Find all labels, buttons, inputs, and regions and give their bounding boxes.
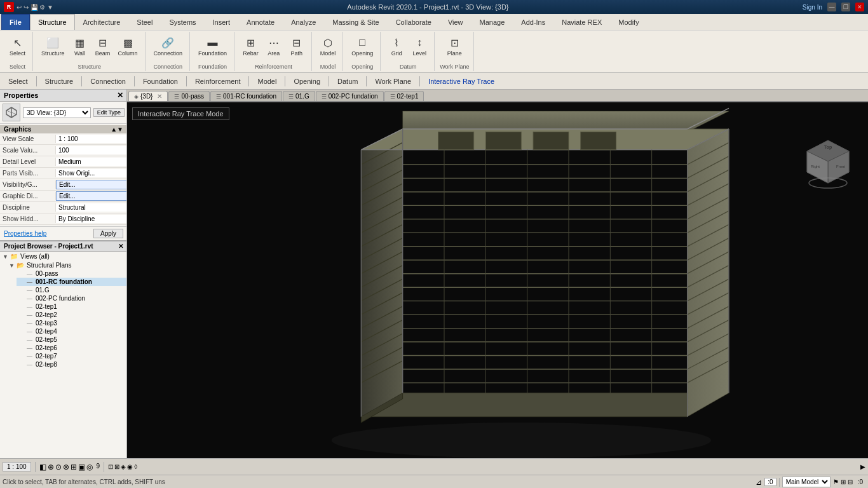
tree-leaf-02-tep2[interactable]: —02-tep2 xyxy=(17,311,127,319)
view-tab-3d[interactable]: ◈{3D}✕ xyxy=(128,91,168,101)
properties-close-btn[interactable]: ✕ xyxy=(117,91,123,100)
ribbon-btn-connection[interactable]: 🔗Connection xyxy=(151,33,186,58)
sign-in[interactable]: Sign In xyxy=(803,4,822,11)
quick-access-toolbar: ↩ ↪ 💾 ⚙ ▼ xyxy=(17,4,53,11)
sun-icon[interactable]: ◧ xyxy=(39,463,46,471)
ribbon-tab-analyze[interactable]: Analyze xyxy=(283,14,324,30)
worksets-icon[interactable]: ⊞ xyxy=(841,478,846,485)
view-tab-001rc[interactable]: ☰001-RC foundation xyxy=(210,91,282,101)
reveal-icon[interactable]: ▣ xyxy=(78,463,85,471)
tree-leaf-02-tep8[interactable]: —02-tep8 xyxy=(17,360,127,369)
view-tab-01g[interactable]: ☰01.G xyxy=(283,91,315,101)
toolbar-item-connection[interactable]: Connection xyxy=(85,76,132,87)
ribbon-btn-wall[interactable]: ▦Wall xyxy=(69,33,91,58)
ribbon-btn-column[interactable]: ▩Column xyxy=(115,33,141,58)
ribbon-btn-model[interactable]: ⬡Model xyxy=(317,33,339,58)
ribbon-tab-manage[interactable]: Manage xyxy=(471,14,513,30)
ribbon-tab-insert[interactable]: Insert xyxy=(205,14,239,30)
toolbar-item-datum[interactable]: Datum xyxy=(332,76,363,87)
edit-type-button[interactable]: Edit Type xyxy=(93,108,125,117)
ribbon-tab-structure[interactable]: Structure xyxy=(30,14,75,30)
ribbon-tab-steel[interactable]: Steel xyxy=(128,14,161,30)
ribbon-btn-level[interactable]: ↕Level xyxy=(409,33,430,58)
tree-leaf-001-rc-foundation[interactable]: —001-RC foundation xyxy=(17,278,127,286)
view-tab-02tep1[interactable]: ☰02-tep1 xyxy=(384,91,424,101)
view-tab-00pass[interactable]: ☰00-pass xyxy=(168,91,210,101)
minimize-btn[interactable]: — xyxy=(827,3,836,11)
icon4[interactable]: ◉ xyxy=(127,463,133,470)
tree-leaf-02-tep6[interactable]: —02-tep6 xyxy=(17,344,127,352)
ribbon-tab-view[interactable]: View xyxy=(440,14,471,30)
ribbon-tab-annotate[interactable]: Annotate xyxy=(238,14,283,30)
section-arrows[interactable]: ▲▼ xyxy=(111,126,123,133)
tree-leaf-02-tep5[interactable]: —02-tep5 xyxy=(17,336,127,344)
tree-leaf-00-pass[interactable]: —00-pass xyxy=(17,269,127,278)
tree-category[interactable]: ▼📂Structural Plans xyxy=(6,261,127,269)
ribbon-btn-path[interactable]: ⊟Path xyxy=(286,33,308,58)
right-arrow[interactable]: ▶ xyxy=(860,463,865,470)
filter-icon[interactable]: ⊿ xyxy=(756,478,762,487)
icon2[interactable]: ⊠ xyxy=(114,463,119,470)
ribbon-btn-grid[interactable]: ⌇Grid xyxy=(386,33,407,58)
temp-icon[interactable]: ⊞ xyxy=(71,463,77,471)
prop-value[interactable]: Edit... xyxy=(56,180,127,189)
properties-help-link[interactable]: Properties help xyxy=(4,230,46,237)
region-icon[interactable]: ⊗ xyxy=(63,463,69,471)
scale-indicator[interactable]: 1 : 100 xyxy=(3,462,31,471)
close-btn[interactable]: ✕ xyxy=(855,3,864,11)
ribbon-tab-massing[interactable]: Massing & Site xyxy=(324,14,387,30)
toolbar-item-reinforcement[interactable]: Reinforcement xyxy=(189,76,247,87)
btn-label: Path xyxy=(290,50,302,57)
ribbon-btn-foundation[interactable]: ▬Foundation xyxy=(195,33,230,58)
icon3[interactable]: ◈ xyxy=(121,463,126,470)
toolbar-item-structure[interactable]: Structure xyxy=(39,76,79,87)
ribbon-tab-naviate[interactable]: Naviate REX xyxy=(553,14,610,30)
prop-value[interactable]: Edit... xyxy=(56,191,127,201)
ribbon-btn-opening[interactable]: □Opening xyxy=(348,33,376,58)
view-type-dropdown[interactable]: 3D View: {3D} xyxy=(23,107,91,118)
model-dropdown[interactable]: Main Model xyxy=(782,477,831,487)
tree-leaf-02-tep4[interactable]: —02-tep4 xyxy=(17,327,127,336)
crop-icon[interactable]: ⊙ xyxy=(55,463,62,471)
browser-tree[interactable]: ▼📁Views (all)▼📂Structural Plans—00-pass—… xyxy=(0,252,127,458)
ribbon-tab-architecture[interactable]: Architecture xyxy=(75,14,129,30)
properties-footer: Properties help Apply xyxy=(0,226,127,240)
edit-requests-icon[interactable]: ⚑ xyxy=(833,478,839,485)
tree-leaf-002-pc-fundation[interactable]: —002-PC fundation xyxy=(17,294,127,302)
ribbon-btn-area[interactable]: ⋯Area xyxy=(263,33,285,58)
browser-close-btn[interactable]: ✕ xyxy=(118,243,123,250)
ribbon-tab-file[interactable]: File xyxy=(1,14,30,30)
ribbon-tab-modify[interactable]: Modify xyxy=(610,14,647,30)
toolbar-item-model[interactable]: Model xyxy=(252,76,282,87)
ribbon-btn-rebar[interactable]: ⊞Rebar xyxy=(240,33,262,58)
ribbon-btn-structure[interactable]: ⬜Structure xyxy=(38,33,68,58)
maximize-btn[interactable]: ❐ xyxy=(841,3,850,11)
design-opts-icon[interactable]: ⊟ xyxy=(848,478,853,485)
view-tab-002pc[interactable]: ☰002-PC fundation xyxy=(316,91,384,101)
tree-leaf-02-tep3[interactable]: —02-tep3 xyxy=(17,319,127,327)
3d-viewport[interactable]: Interactive Ray Trace Mode Top Front Rig… xyxy=(127,102,868,458)
ribbon-tab-collaborate[interactable]: Collaborate xyxy=(388,14,440,30)
tree-leaf-02-tep1[interactable]: —02-tep1 xyxy=(17,302,127,311)
thin-icon[interactable]: ◎ xyxy=(86,463,93,471)
nav-cube[interactable]: Top Front Right xyxy=(801,137,855,191)
toolbar-item-interactive-ray-trace[interactable]: Interactive Ray Trace xyxy=(423,76,500,87)
ribbon-tab-addins[interactable]: Add-Ins xyxy=(513,14,553,30)
apply-button[interactable]: Apply xyxy=(93,229,123,238)
tree-leaf-02-tep7[interactable]: —02-tep7 xyxy=(17,352,127,360)
icon5[interactable]: ◊ xyxy=(134,463,137,470)
tree-leaf-01.g[interactable]: —01.G xyxy=(17,286,127,294)
toolbar-item-foundation[interactable]: Foundation xyxy=(137,76,184,87)
ribbon-tab-systems[interactable]: Systems xyxy=(161,14,204,30)
toolbar-item-work-plane[interactable]: Work Plane xyxy=(369,76,417,87)
toolbar-item-select[interactable]: Select xyxy=(3,76,34,87)
toolbar-item-opening[interactable]: Opening xyxy=(288,76,326,87)
prop-label: Visibility/G... xyxy=(0,180,56,189)
ribbon-btn-plane[interactable]: ⊡Plane xyxy=(444,33,465,58)
ribbon-btn-select[interactable]: ↖Select xyxy=(6,33,29,58)
ribbon-btn-beam[interactable]: ⊟Beam xyxy=(92,33,114,58)
tab-close[interactable]: ✕ xyxy=(157,93,162,100)
render-icon[interactable]: ⊕ xyxy=(48,463,54,471)
icon1[interactable]: ⊡ xyxy=(108,463,113,470)
tree-root[interactable]: ▼📁Views (all) xyxy=(0,252,127,261)
